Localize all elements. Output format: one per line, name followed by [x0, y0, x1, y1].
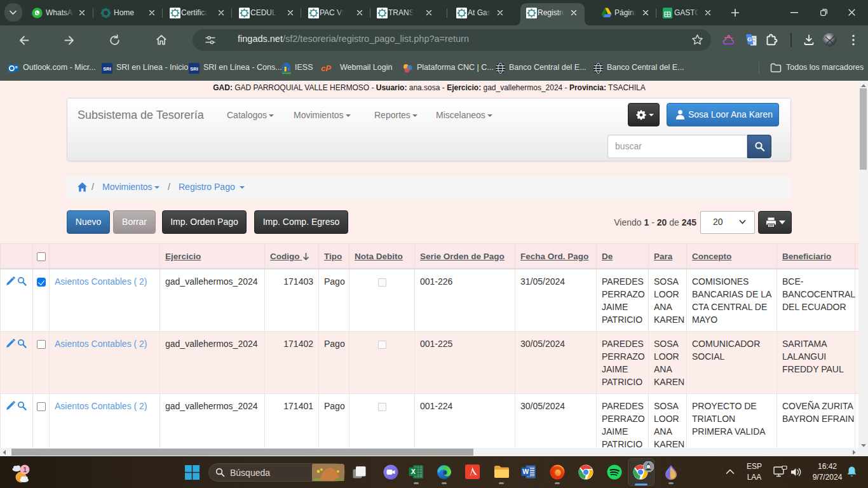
svg-text:W: W [522, 468, 529, 475]
svg-text:G: G [747, 36, 752, 43]
svg-text:1: 1 [23, 466, 27, 473]
svg-text:X: X [411, 468, 416, 475]
svg-text:SRI: SRI [103, 66, 111, 72]
svg-text:SRI: SRI [190, 66, 198, 72]
